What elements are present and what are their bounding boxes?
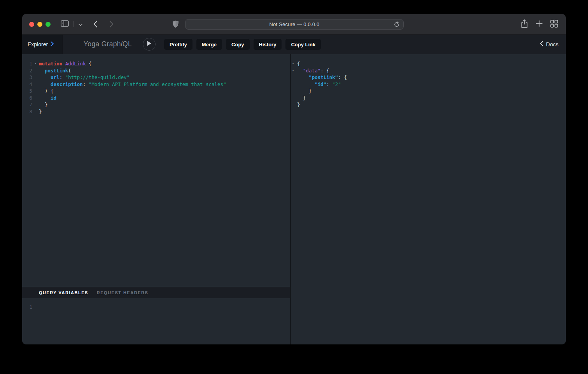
merge-button[interactable]: Merge — [196, 39, 222, 50]
copy-link-button[interactable]: Copy Link — [285, 39, 321, 50]
line-number: 1 — [22, 60, 32, 67]
code-text: description: "Modern API Platform and ec… — [39, 81, 226, 88]
app-title: Yoga GraphiQL — [84, 35, 132, 54]
code-line: 1 — [22, 304, 290, 311]
fold-arrow-icon[interactable]: ▾ — [291, 67, 297, 74]
code-token — [297, 68, 303, 74]
line-number: 8 — [22, 108, 32, 115]
code-line: 8} — [22, 108, 290, 115]
share-icon[interactable] — [521, 19, 528, 30]
fold-arrow-icon[interactable]: ▾ — [32, 60, 39, 67]
minimize-window-button[interactable] — [37, 22, 42, 27]
main-area: 1▾mutation AddLink {2 postLink(3 url: "h… — [22, 54, 566, 344]
copy-button[interactable]: Copy — [226, 39, 250, 50]
sidebar-toggle-icon[interactable] — [61, 20, 69, 28]
fold-spacer — [32, 101, 39, 108]
code-line: 2 postLink( — [22, 67, 290, 74]
left-pane: 1▾mutation AddLink {2 postLink(3 url: "h… — [22, 54, 291, 344]
code-token: { — [86, 61, 91, 67]
explorer-label: Explorer — [28, 41, 48, 47]
code-token: "postLink" — [309, 74, 338, 80]
address-bar[interactable]: Not Secure — 0.0.0.0 — [185, 19, 404, 30]
desktop-background: Not Secure — 0.0.0.0 — [0, 0, 588, 374]
code-token: : — [83, 81, 89, 87]
docs-link[interactable]: Docs — [540, 35, 558, 54]
zoom-window-button[interactable] — [46, 22, 51, 27]
code-token — [62, 61, 65, 67]
code-token: url — [51, 74, 60, 80]
line-number: 6 — [22, 95, 32, 102]
new-tab-icon[interactable] — [536, 20, 542, 28]
code-token: ( — [68, 68, 71, 74]
code-token: { — [297, 61, 300, 67]
address-text: Not Secure — 0.0.0.0 — [269, 21, 319, 27]
code-token: "id" — [315, 81, 326, 87]
code-token — [39, 68, 45, 74]
code-token — [39, 81, 51, 87]
history-button[interactable]: History — [254, 39, 282, 50]
privacy-shield-icon[interactable] — [172, 20, 179, 30]
code-text: url: "http://the-guild.dev" — [39, 74, 130, 81]
response-viewer[interactable]: ▾{▾ "data": { "postLink": { "id": "2" } … — [291, 54, 566, 344]
code-token: : — [60, 74, 65, 80]
code-token: postLink — [45, 68, 68, 74]
chevron-left-icon — [540, 41, 543, 48]
tab-query-variables[interactable]: QUERY VARIABLES — [39, 290, 88, 295]
code-text: "postLink": { — [297, 74, 347, 81]
line-number: 3 — [22, 74, 32, 81]
code-token: "data" — [303, 68, 320, 74]
chevron-right-icon — [51, 41, 54, 48]
code-token: mutation — [39, 61, 62, 67]
code-line: 3 url: "http://the-guild.dev" — [22, 74, 290, 81]
prettify-button[interactable]: Prettify — [164, 39, 192, 50]
fold-arrow-icon[interactable]: ▾ — [291, 60, 297, 67]
forward-button-icon[interactable] — [109, 21, 114, 28]
code-line: 6 id — [22, 95, 290, 102]
fold-spacer — [32, 88, 39, 95]
line-number: 4 — [22, 81, 32, 88]
docs-label: Docs — [546, 41, 558, 47]
line-number: 2 — [22, 67, 32, 74]
variables-editor[interactable]: 1 — [22, 298, 290, 344]
explorer-toggle[interactable]: Explorer — [22, 35, 63, 54]
code-token: : — [326, 81, 332, 87]
chevron-down-icon[interactable] — [79, 21, 82, 28]
tab-overview-icon[interactable] — [550, 20, 558, 29]
line-number: 5 — [22, 88, 32, 95]
code-text: postLink( — [39, 67, 71, 74]
code-line: 7 } — [22, 101, 290, 108]
execute-query-button[interactable] — [143, 38, 156, 51]
fold-spacer — [291, 74, 297, 81]
code-token — [297, 81, 315, 87]
code-line: } — [291, 101, 566, 108]
code-text: { — [297, 60, 300, 67]
code-token: "2" — [332, 81, 341, 87]
fold-spacer — [291, 101, 297, 108]
fold-spacer — [32, 67, 39, 74]
code-token: ) { — [39, 88, 54, 94]
reload-icon[interactable] — [394, 21, 400, 29]
back-button-icon[interactable] — [93, 21, 98, 28]
code-line: 4 description: "Modern API Platform and … — [22, 81, 290, 88]
code-text: mutation AddLink { — [39, 60, 92, 67]
code-token: AddLink — [65, 61, 86, 67]
code-token: description — [51, 81, 83, 87]
code-text: } — [297, 101, 300, 108]
code-token: } — [297, 95, 306, 101]
bottom-tab-bar: QUERY VARIABLES REQUEST HEADERS — [22, 287, 290, 298]
code-line: "postLink": { — [291, 74, 566, 81]
fold-spacer — [291, 88, 297, 95]
fold-spacer — [291, 95, 297, 102]
tab-request-headers[interactable]: REQUEST HEADERS — [97, 290, 149, 295]
code-token: : { — [338, 74, 347, 80]
line-number: 1 — [22, 304, 32, 311]
query-editor[interactable]: 1▾mutation AddLink {2 postLink(3 url: "h… — [22, 54, 290, 287]
code-line: 5 ) { — [22, 88, 290, 95]
code-token: "http://the-guild.dev" — [65, 74, 130, 80]
code-line: "id": "2" — [291, 81, 566, 88]
play-icon — [147, 40, 152, 48]
safari-window: Not Secure — 0.0.0.0 — [22, 14, 566, 344]
code-token — [39, 74, 51, 80]
close-window-button[interactable] — [29, 22, 34, 27]
code-token: } — [297, 88, 312, 94]
